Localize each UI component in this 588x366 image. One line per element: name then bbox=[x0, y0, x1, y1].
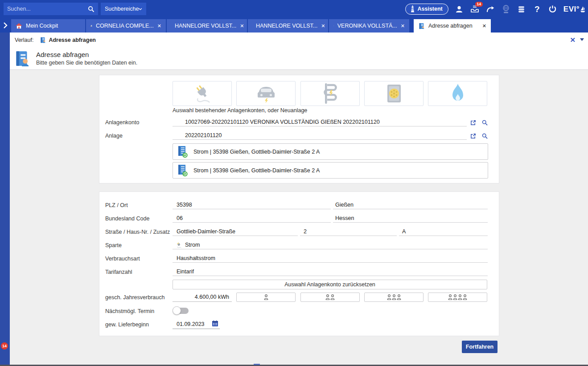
history-bar: Verlauf: Adresse abfragen ✕ bbox=[10, 33, 588, 47]
person-icon bbox=[448, 294, 452, 300]
account-result-text: Strom | 35398 Gießen, Gottlieb-Daimler-S… bbox=[193, 167, 320, 174]
search-scope-dropdown[interactable]: Suchbereiche bbox=[101, 3, 146, 15]
jahresverbrauch-input[interactable]: 4.600,00 kWh bbox=[173, 293, 232, 302]
tab-label: HANNELORE VOLLST... bbox=[256, 23, 317, 29]
top-bar: Suchbereiche Assistent 14 bbox=[0, 0, 588, 18]
search-anlagenkonto-icon[interactable] bbox=[481, 119, 488, 126]
account-result-text: Strom | 35398 Gießen, Gottlieb-Daimler-S… bbox=[193, 149, 320, 155]
lieferbeginn-underline bbox=[173, 329, 220, 329]
person-icon bbox=[325, 294, 330, 300]
tarifanzahl-underline bbox=[173, 268, 488, 276]
anlagenkonto-label: Anlagenkonto bbox=[105, 119, 139, 126]
assistant-button[interactable]: Assistent bbox=[405, 4, 448, 15]
database-icon[interactable] bbox=[517, 4, 526, 15]
sparte-label: Sparte bbox=[105, 242, 122, 248]
person-icon bbox=[397, 294, 401, 300]
search-input[interactable] bbox=[4, 6, 88, 12]
tab-close-icon[interactable]: ✕ bbox=[321, 23, 325, 29]
account-result-item[interactable]: Strom | 35398 Gießen, Gottlieb-Daimler-S… bbox=[173, 162, 488, 179]
anlagenkonto-underline bbox=[173, 118, 467, 126]
open-anlage-icon[interactable] bbox=[469, 132, 477, 139]
tab-mein-cockpit[interactable]: Mein Cockpit bbox=[11, 19, 85, 33]
evi-logo-text: EVI° bbox=[563, 5, 580, 14]
left-rail: 14 bbox=[0, 33, 10, 365]
persons-2-button[interactable] bbox=[300, 293, 360, 302]
tab-hannelore-1[interactable]: HANNELORE VOLLST... ✕ bbox=[167, 19, 247, 33]
gas-flame-icon bbox=[449, 83, 466, 104]
person-icon bbox=[387, 294, 391, 300]
collapse-tabs-icon[interactable] bbox=[3, 22, 8, 28]
tab-cornelia[interactable]: CORNELIA COMPLE... ✕ bbox=[86, 19, 166, 33]
tab-adresse-abfragen[interactable]: Adresse abfragen ✕ bbox=[414, 19, 491, 33]
rail-notification-badge[interactable]: 14 bbox=[1, 342, 8, 350]
close-process-icon[interactable]: ✕ bbox=[570, 36, 576, 44]
reset-anlagenkonto-button[interactable]: Auswahl Anlagenkonto zurücksetzen bbox=[173, 280, 487, 289]
person-1-icon bbox=[264, 294, 268, 300]
globe-icon[interactable] bbox=[501, 4, 511, 15]
resize-handle[interactable] bbox=[254, 364, 260, 365]
customer-building-icon bbox=[333, 23, 334, 29]
search-anlage-icon[interactable] bbox=[481, 132, 488, 139]
plz-underline bbox=[173, 201, 331, 209]
electric-car-icon bbox=[255, 84, 277, 103]
search-icon[interactable] bbox=[88, 6, 95, 12]
person-icon bbox=[458, 294, 462, 300]
bundesland-code-label: Bundesland Code bbox=[105, 216, 149, 222]
hausnr-underline bbox=[300, 228, 397, 236]
person-icon bbox=[453, 294, 457, 300]
tab-label: CORNELIA COMPLE... bbox=[96, 23, 154, 29]
address-details-panel: PLZ / Ort 35398 Gießen Bundesland Code 0… bbox=[99, 191, 499, 336]
open-anlagenkonto-icon[interactable] bbox=[469, 119, 477, 126]
heating-coil-icon bbox=[319, 83, 341, 104]
contract-refresh-icon bbox=[177, 146, 188, 158]
calendar-icon[interactable] bbox=[212, 320, 218, 327]
tab-hannelore-2[interactable]: HANNELORE VOLLST... ✕ bbox=[248, 19, 328, 33]
jahresverbrauch-label: gesch. Jahresverbrauch bbox=[105, 294, 164, 301]
division-gas-flame-button[interactable] bbox=[428, 81, 487, 106]
redo-arrow-icon[interactable] bbox=[485, 4, 495, 15]
division-electric-car-button[interactable] bbox=[236, 81, 296, 106]
tab-veronika[interactable]: VERONIKA VOLLSTÄ... ✕ bbox=[329, 19, 409, 33]
address-book-icon bbox=[418, 23, 425, 29]
tab-label: Mein Cockpit bbox=[26, 23, 58, 29]
division-night-storage-button[interactable] bbox=[364, 81, 424, 106]
application-window: Suchbereiche Assistent 14 bbox=[0, 0, 588, 366]
tab-close-icon[interactable]: ✕ bbox=[157, 23, 161, 29]
bundesland-underline bbox=[333, 214, 488, 223]
tab-close-icon[interactable]: ✕ bbox=[482, 23, 486, 29]
anlage-underline bbox=[173, 131, 467, 140]
strasse-label: Straße / Haus-Nr. / Zusatz bbox=[105, 229, 170, 235]
lieferbeginn-input[interactable]: 01.09.2023 bbox=[177, 321, 205, 327]
contract-refresh-icon bbox=[177, 164, 188, 177]
division-heating-coil-button[interactable] bbox=[300, 81, 360, 106]
tab-close-icon[interactable]: ✕ bbox=[240, 23, 244, 29]
customer-building-icon bbox=[90, 23, 92, 29]
account-result-item[interactable]: Strom | 35398 Gießen, Gottlieb-Daimler-S… bbox=[173, 143, 488, 160]
sailboat-icon bbox=[580, 6, 585, 13]
persons-3-button[interactable] bbox=[364, 293, 424, 302]
persons-1-button[interactable] bbox=[236, 293, 296, 302]
user-icon[interactable] bbox=[454, 4, 464, 15]
anlage-label: Anlage bbox=[105, 133, 123, 139]
history-current-step[interactable]: Adresse abfragen bbox=[40, 37, 96, 43]
page-header: Adresse abfragen Bitte geben Sie die ben… bbox=[10, 47, 588, 70]
assistant-label: Assistent bbox=[418, 6, 443, 12]
page-title: Adresse abfragen bbox=[36, 51, 137, 58]
chevron-down-icon bbox=[139, 8, 142, 11]
naechstmoegl-termin-label: Nächstmögl. Termin bbox=[105, 308, 154, 314]
power-plug-icon bbox=[192, 84, 213, 103]
help-icon[interactable]: ? bbox=[532, 4, 542, 15]
global-search[interactable] bbox=[4, 3, 98, 15]
process-menu-caret-icon[interactable] bbox=[580, 38, 584, 41]
naechstmoegl-termin-toggle[interactable] bbox=[173, 308, 189, 314]
tab-close-icon[interactable]: ✕ bbox=[401, 23, 405, 29]
division-power-plug-button[interactable] bbox=[173, 81, 232, 106]
inbox-icon[interactable]: 14 bbox=[470, 4, 480, 15]
power-icon[interactable] bbox=[548, 4, 558, 15]
tab-bar: Mein Cockpit CORNELIA COMPLE... ✕ HANNEL… bbox=[0, 18, 588, 33]
tab-label: VERONIKA VOLLSTÄ... bbox=[337, 23, 397, 29]
persons-4-button[interactable] bbox=[428, 293, 487, 302]
home-icon bbox=[16, 23, 22, 29]
inbox-badge: 14 bbox=[475, 2, 483, 7]
fortfahren-button[interactable]: Fortfahren bbox=[462, 341, 498, 353]
